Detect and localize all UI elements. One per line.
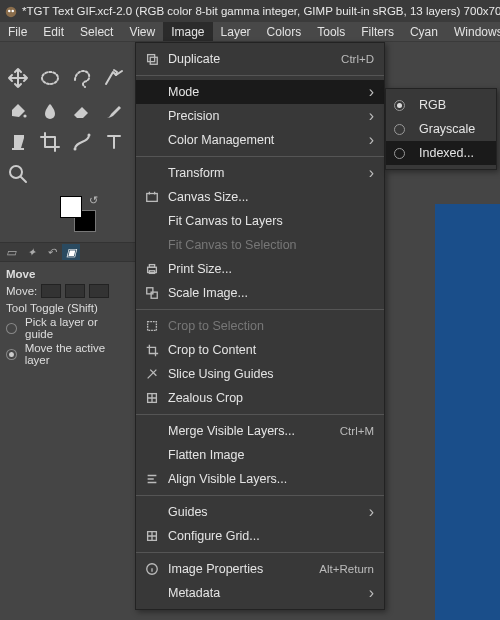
tool-options-title: Move [6,268,129,280]
svg-point-8 [10,166,22,178]
svg-rect-16 [151,292,157,298]
menu-file[interactable]: File [0,22,35,41]
menuitem-crop-to-selection: Crop to Selection [136,314,384,338]
crop-sel-icon [144,318,160,334]
menuitem-guides[interactable]: Guides [136,500,384,524]
menuitem-scale-image[interactable]: Scale Image... [136,281,384,305]
zoom-tool[interactable] [2,158,34,190]
app-logo-icon [4,4,18,18]
eraser-tool[interactable] [66,94,98,126]
menuitem-metadata[interactable]: Metadata [136,581,384,605]
svg-rect-13 [149,265,154,268]
grid-icon [144,528,160,544]
menu-bar: FileEditSelectViewImageLayerColorsToolsF… [0,22,500,42]
fuzzy-select-tool[interactable] [98,62,130,94]
tab-device-status[interactable]: ✦ [22,244,40,260]
menuitem-slice-using-guides[interactable]: Slice Using Guides [136,362,384,386]
mode-option-rgb[interactable]: RGB [386,93,496,117]
radio-move-active[interactable]: Move the active layer [6,342,129,366]
fg-bg-color-widget[interactable]: ↺ [60,196,96,232]
move-mode-path[interactable] [89,284,109,298]
svg-rect-11 [147,194,158,202]
menu-select[interactable]: Select [72,22,121,41]
menu-edit[interactable]: Edit [35,22,72,41]
menu-windows[interactable]: Windows [446,22,500,41]
zealous-icon [144,390,160,406]
menuitem-precision[interactable]: Precision [136,104,384,128]
menu-filters[interactable]: Filters [353,22,402,41]
menuitem-merge-visible-layers[interactable]: Merge Visible Layers...Ctrl+M [136,419,384,443]
menuitem-fit-canvas-to-layers[interactable]: Fit Canvas to Layers [136,209,384,233]
menu-view[interactable]: View [121,22,163,41]
move-mode-selection[interactable] [65,284,85,298]
menu-image-dropdown: DuplicateCtrl+DModePrecisionColor Manage… [135,42,385,610]
svg-rect-5 [12,148,24,150]
svg-rect-17 [148,322,157,331]
paintbrush-tool[interactable] [98,94,130,126]
svg-point-0 [6,7,17,18]
menu-tools[interactable]: Tools [309,22,353,41]
menuitem-image-properties[interactable]: Image PropertiesAlt+Return [136,557,384,581]
duplicate-icon [144,51,160,67]
tool-toggle-label: Tool Toggle (Shift) [6,302,129,314]
svg-point-2 [12,10,14,12]
radio-icon [394,148,405,159]
menuitem-canvas-size[interactable]: Canvas Size... [136,185,384,209]
crop-tool[interactable] [34,126,66,158]
image-canvas[interactable] [435,204,500,620]
svg-point-6 [74,148,77,151]
tab-history[interactable]: ↶ [42,244,60,260]
move-tool[interactable] [2,62,34,94]
menuitem-align-visible-layers[interactable]: Align Visible Layers... [136,467,384,491]
print-icon [144,261,160,277]
free-select-tool[interactable] [66,62,98,94]
info-icon [144,561,160,577]
mode-option-grayscale[interactable]: Grayscale [386,117,496,141]
svg-rect-10 [150,57,157,64]
menuitem-flatten-image[interactable]: Flatten Image [136,443,384,467]
move-row-label: Move: [6,285,37,297]
clone-tool[interactable] [2,126,34,158]
svg-point-3 [42,72,58,84]
radio-pick-layer[interactable]: Pick a layer or guide [6,316,129,340]
mode-option-indexed[interactable]: Indexed... [386,141,496,165]
smudge-tool[interactable] [34,94,66,126]
fg-color-swatch[interactable] [60,196,82,218]
crop-icon [144,342,160,358]
menuitem-configure-grid[interactable]: Configure Grid... [136,524,384,548]
radio-icon [394,124,405,135]
svg-point-4 [23,114,26,117]
tab-images[interactable]: ▣ [62,244,80,260]
svg-point-7 [88,134,91,137]
text-tool[interactable] [98,126,130,158]
menu-colors[interactable]: Colors [259,22,310,41]
menu-image[interactable]: Image [163,22,212,41]
svg-rect-15 [147,288,153,294]
ellipse-select-tool[interactable] [34,62,66,94]
title-bar: *TGT Text GIF.xcf-2.0 (RGB color 8-bit g… [0,0,500,22]
menuitem-mode[interactable]: Mode [136,80,384,104]
tab-tool-options[interactable]: ▭ [2,244,20,260]
menu-cyan[interactable]: Cyan [402,22,446,41]
paths-tool[interactable] [66,126,98,158]
window-title: *TGT Text GIF.xcf-2.0 (RGB color 8-bit g… [22,5,500,17]
move-mode-layer[interactable] [41,284,61,298]
svg-rect-9 [148,55,155,62]
dock-tab-strip: ▭ ✦ ↶ ▣ [0,242,135,262]
bucket-fill-tool[interactable] [2,94,34,126]
menuitem-print-size[interactable]: Print Size... [136,257,384,281]
menuitem-duplicate[interactable]: DuplicateCtrl+D [136,47,384,71]
menuitem-color-management[interactable]: Color Management [136,128,384,152]
canvas-icon [144,189,160,205]
tool-options-panel: Move Move: Tool Toggle (Shift) Pick a la… [0,262,135,372]
submenu-mode: RGBGrayscaleIndexed... [385,88,497,170]
menuitem-transform[interactable]: Transform [136,161,384,185]
menuitem-crop-to-content[interactable]: Crop to Content [136,338,384,362]
slice-icon [144,366,160,382]
svg-point-1 [8,10,10,12]
scale-icon [144,285,160,301]
menuitem-zealous-crop[interactable]: Zealous Crop [136,386,384,410]
swap-colors-icon[interactable]: ↺ [89,194,98,207]
menu-layer[interactable]: Layer [213,22,259,41]
menuitem-fit-canvas-to-selection: Fit Canvas to Selection [136,233,384,257]
